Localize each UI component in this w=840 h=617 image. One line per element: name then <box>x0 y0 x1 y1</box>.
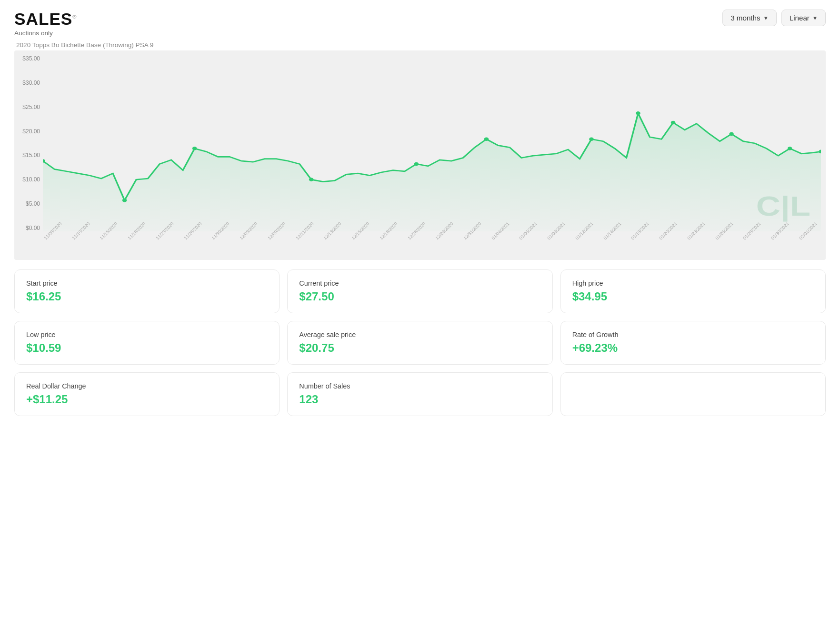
chart-container: $35.00$30.00$25.00$20.00$15.00$10.00$5.0… <box>14 50 826 260</box>
start-price-card: Start price $16.25 <box>14 269 280 313</box>
y-axis-label: $30.00 <box>16 80 40 86</box>
high-price-label: High price <box>572 279 814 287</box>
high-price-card: High price $34.95 <box>560 269 826 313</box>
stats-grid-middle: Low price $10.59 Average sale price $20.… <box>14 321 826 365</box>
low-price-card: Low price $10.59 <box>14 321 280 365</box>
data-point <box>671 121 676 125</box>
high-price-value: $34.95 <box>572 290 814 303</box>
chart-area: C|L <box>43 55 821 231</box>
sales-count-label: Number of Sales <box>299 382 540 390</box>
chart-svg: C|L <box>43 55 821 231</box>
chart-type-label: Linear <box>790 14 810 22</box>
data-point <box>414 162 419 166</box>
data-point <box>788 147 792 150</box>
title-sup: ® <box>72 14 77 20</box>
data-point <box>636 111 640 115</box>
dollar-change-value: +$11.25 <box>26 393 268 406</box>
page-header: SALES® Auctions only 3 months ▼ Linear ▼ <box>14 10 826 37</box>
time-period-label: 3 months <box>730 14 760 22</box>
y-axis-label: $15.00 <box>16 152 40 159</box>
stats-grid-top: Start price $16.25 Current price $27.50 … <box>14 269 826 313</box>
y-axis-label: $5.00 <box>16 200 40 207</box>
y-axis-label: $35.00 <box>16 55 40 62</box>
time-period-dropdown[interactable]: 3 months ▼ <box>722 10 777 26</box>
low-price-value: $10.59 <box>26 341 268 355</box>
watermark: C|L <box>756 191 810 222</box>
data-point <box>122 199 127 202</box>
title-text: SALES <box>14 10 72 28</box>
app-title: SALES® <box>14 10 77 29</box>
sales-count-value: 123 <box>299 393 540 406</box>
empty-card <box>560 372 826 416</box>
current-price-card: Current price $27.50 <box>287 269 552 313</box>
chart-type-dropdown[interactable]: Linear ▼ <box>781 10 826 26</box>
dollar-change-card: Real Dollar Change +$11.25 <box>14 372 280 416</box>
chevron-down-icon: ▼ <box>763 15 769 21</box>
x-axis-labels: 11/08/202011/10/202011/15/202011/18/2020… <box>43 231 821 260</box>
y-axis: $35.00$30.00$25.00$20.00$15.00$10.00$5.0… <box>14 55 42 231</box>
subtitle: Auctions only <box>14 30 77 37</box>
start-price-label: Start price <box>26 279 268 287</box>
y-axis-label: $25.00 <box>16 104 40 110</box>
chart-section: 2020 Topps Bo Bichette Base (Throwing) P… <box>14 41 826 260</box>
current-price-label: Current price <box>299 279 540 287</box>
stats-grid-bottom: Real Dollar Change +$11.25 Number of Sal… <box>14 372 826 416</box>
growth-rate-card: Rate of Growth +69.23% <box>560 321 826 365</box>
avg-price-label: Average sale price <box>299 331 540 338</box>
current-price-value: $27.50 <box>299 290 540 303</box>
dollar-change-label: Real Dollar Change <box>26 382 268 390</box>
chart-area-fill <box>43 113 821 231</box>
growth-rate-label: Rate of Growth <box>572 331 814 338</box>
sales-count-card: Number of Sales 123 <box>287 372 552 416</box>
data-point <box>589 137 594 141</box>
y-axis-label: $10.00 <box>16 176 40 183</box>
low-price-label: Low price <box>26 331 268 338</box>
chart-title: 2020 Topps Bo Bichette Base (Throwing) P… <box>16 41 826 49</box>
avg-price-card: Average sale price $20.75 <box>287 321 552 365</box>
growth-rate-value: +69.23% <box>572 341 814 355</box>
y-axis-label: $20.00 <box>16 128 40 135</box>
data-point <box>729 132 734 136</box>
chevron-down-icon: ▼ <box>812 15 818 21</box>
title-section: SALES® Auctions only <box>14 10 77 37</box>
start-price-value: $16.25 <box>26 290 268 303</box>
avg-price-value: $20.75 <box>299 341 540 355</box>
data-point <box>192 147 197 150</box>
controls-section: 3 months ▼ Linear ▼ <box>722 10 826 26</box>
data-point <box>484 137 489 141</box>
data-point <box>309 178 314 181</box>
y-axis-label: $0.00 <box>16 225 40 231</box>
